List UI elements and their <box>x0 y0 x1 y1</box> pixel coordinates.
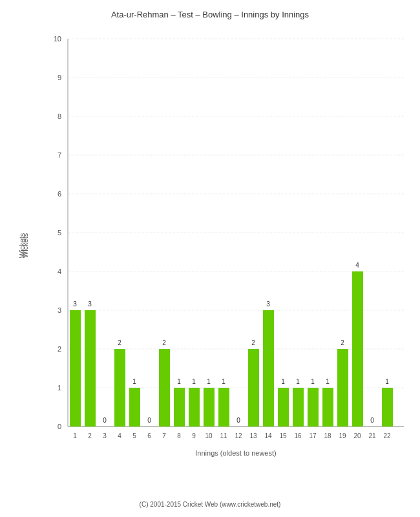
svg-rect-81 <box>352 271 363 427</box>
footer-text: (C) 2001-2015 Cricket Web (www.cricketwe… <box>6 501 414 508</box>
svg-rect-60 <box>248 349 259 427</box>
svg-text:2: 2 <box>88 432 92 439</box>
svg-text:1: 1 <box>207 378 211 385</box>
svg-text:21: 21 <box>368 432 376 439</box>
svg-text:1: 1 <box>311 378 315 385</box>
svg-text:1: 1 <box>281 378 285 385</box>
svg-text:9: 9 <box>58 74 61 81</box>
svg-rect-66 <box>278 388 289 427</box>
svg-text:0: 0 <box>147 417 151 424</box>
svg-text:3: 3 <box>266 301 270 308</box>
svg-text:18: 18 <box>324 432 331 439</box>
svg-rect-75 <box>322 388 333 427</box>
svg-rect-63 <box>263 310 274 427</box>
svg-text:3: 3 <box>88 301 92 308</box>
svg-text:4: 4 <box>118 432 121 439</box>
svg-text:8: 8 <box>58 112 61 120</box>
svg-rect-78 <box>337 349 348 427</box>
svg-text:13: 13 <box>249 432 257 439</box>
svg-text:17: 17 <box>309 432 317 439</box>
svg-text:1: 1 <box>58 384 61 392</box>
svg-text:1: 1 <box>326 378 330 385</box>
svg-text:20: 20 <box>353 432 361 439</box>
svg-text:1: 1 <box>177 378 181 385</box>
svg-text:1: 1 <box>132 378 136 385</box>
svg-text:5: 5 <box>132 432 136 439</box>
svg-text:11: 11 <box>220 432 227 439</box>
chart-container: Ata-ur-Rehman – Test – Bowling – Innings… <box>0 0 420 517</box>
svg-rect-87 <box>382 388 393 427</box>
svg-text:16: 16 <box>294 432 302 439</box>
chart-area: Wickets 0 1 2 3 <box>42 26 404 465</box>
svg-text:4: 4 <box>355 262 359 269</box>
svg-rect-72 <box>308 388 319 427</box>
svg-rect-36 <box>129 388 140 427</box>
svg-text:6: 6 <box>58 190 61 198</box>
svg-text:6: 6 <box>147 432 151 439</box>
y-axis-label-div: Wickets <box>18 233 26 258</box>
svg-text:0: 0 <box>103 417 107 424</box>
svg-text:3: 3 <box>103 432 107 439</box>
svg-text:14: 14 <box>264 432 272 439</box>
svg-text:0: 0 <box>370 417 374 424</box>
svg-rect-42 <box>159 349 170 427</box>
svg-text:12: 12 <box>235 432 242 439</box>
svg-text:Innings (oldest to newest): Innings (oldest to newest) <box>195 449 276 457</box>
chart-svg: 0 1 2 3 4 5 6 7 8 9 10 3 1 3 2 0 3 <box>42 26 417 465</box>
svg-text:10: 10 <box>205 432 213 439</box>
svg-rect-45 <box>174 388 185 427</box>
svg-text:1: 1 <box>192 378 196 385</box>
svg-rect-69 <box>293 388 304 427</box>
svg-text:9: 9 <box>192 432 196 439</box>
svg-text:3: 3 <box>58 306 61 314</box>
svg-text:1: 1 <box>73 432 77 439</box>
svg-rect-54 <box>218 388 229 427</box>
svg-text:22: 22 <box>383 432 391 439</box>
svg-rect-48 <box>189 388 200 427</box>
svg-text:7: 7 <box>58 151 61 159</box>
svg-rect-51 <box>204 388 215 427</box>
svg-text:1: 1 <box>296 378 300 385</box>
svg-rect-24 <box>70 310 81 427</box>
svg-text:2: 2 <box>251 339 255 346</box>
svg-text:2: 2 <box>58 345 61 353</box>
svg-text:4: 4 <box>58 268 61 275</box>
chart-title: Ata-ur-Rehman – Test – Bowling – Innings… <box>6 6 414 19</box>
svg-text:3: 3 <box>73 301 77 308</box>
svg-text:1: 1 <box>222 378 226 385</box>
svg-text:19: 19 <box>339 432 346 439</box>
svg-text:0: 0 <box>58 423 61 430</box>
svg-text:7: 7 <box>162 432 166 439</box>
svg-rect-27 <box>85 310 96 427</box>
svg-text:1: 1 <box>385 378 389 385</box>
svg-text:2: 2 <box>341 339 344 346</box>
svg-text:15: 15 <box>279 432 287 439</box>
svg-text:2: 2 <box>162 339 166 346</box>
svg-text:5: 5 <box>58 229 61 237</box>
svg-text:0: 0 <box>236 417 240 424</box>
svg-rect-33 <box>114 349 125 427</box>
svg-text:2: 2 <box>118 339 121 346</box>
svg-text:8: 8 <box>177 432 181 439</box>
svg-text:10: 10 <box>54 35 61 43</box>
